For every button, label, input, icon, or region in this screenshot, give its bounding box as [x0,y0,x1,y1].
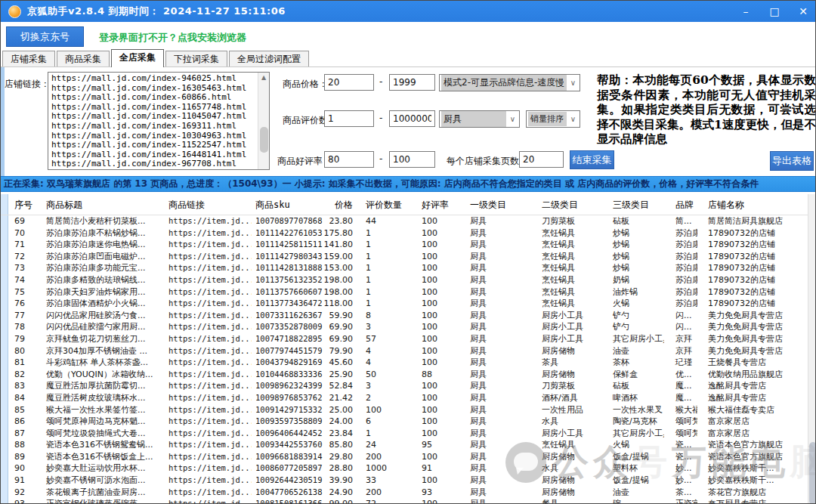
table-row[interactable]: 87颂呵梵垃圾袋抽绳式大卷...https://item.jd...100964… [1,428,808,440]
export-table-button[interactable]: 导出表格 [770,151,814,171]
table-row[interactable]: 84魔豆胜活树皮纹玻璃杯水...https://item.jd...100989… [1,392,808,404]
rating-min-input[interactable] [324,151,374,168]
row-selector[interactable] [1,451,8,463]
reviews-min-input[interactable] [324,110,374,127]
table-row[interactable]: 83魔豆胜活加厚抗菌防霉切...https://item.jd...100989… [1,380,808,392]
reviews-max-input[interactable] [389,110,435,127]
tab-1[interactable]: 店铺采集 [2,51,55,67]
table-row[interactable]: 75苏泊康天妇罗油炸锅家用...https://item.jd...101137… [1,286,808,298]
cell-7: 厨具 [457,416,530,428]
chevron-down-icon[interactable]: ∨ [567,79,580,87]
column-header-8[interactable]: 二级类目 [530,194,601,215]
table-row[interactable]: 90妙奕嘉大肚运动饮用水杯...https://item.jd...100860… [1,462,808,475]
scroll-up-icon[interactable]: ▲ [258,73,269,83]
row-selector[interactable] [1,369,8,381]
tab-5[interactable]: 全局过滤词配置 [229,51,309,67]
table-row[interactable]: 82优勤（YOUQIN）冰箱收纳...https://item.jd...101… [1,369,808,381]
cell-7: 厨具 [457,439,530,451]
table-scrollbar[interactable] [808,194,816,504]
table-row[interactable]: 92茶花银离子抗菌油壶厨房...https://item.jd...100477… [1,487,808,499]
switch-jd-account-button[interactable]: 切换京东号 [6,26,84,47]
row-selector[interactable] [1,227,8,240]
cell-4: 153.00 [323,262,354,274]
column-header-1[interactable]: 商品标题 [43,194,165,215]
column-header-7[interactable]: 一级类目 [457,194,530,215]
scroll-thumb[interactable] [260,127,268,153]
row-selector[interactable] [1,380,8,392]
chevron-down-icon[interactable]: ∨ [506,115,519,123]
tab-3[interactable]: 全店采集 [111,49,164,67]
row-selector[interactable] [1,498,8,504]
cell-9: 塑料杯 [601,462,664,475]
column-header-11[interactable]: 店铺名称 [697,194,808,215]
row-selector[interactable] [1,462,8,475]
table-row[interactable]: 71苏泊康苏泊康迷你电热锅...https://item.jd...101114… [1,239,808,251]
row-selector[interactable] [1,310,8,322]
tab-2[interactable]: 商品采集 [57,51,110,67]
rating-max-input[interactable] [389,151,435,168]
row-selector[interactable] [1,404,8,416]
table-row[interactable]: 69简居简洁小麦秸秆切菜板...https://item.jd...100708… [1,215,808,227]
row-selector[interactable] [1,321,8,333]
maximize-icon[interactable]: □ [767,1,782,22]
row-selector[interactable] [1,274,8,286]
row-selector[interactable] [1,333,8,345]
table-row[interactable]: 78闪闪优品硅胶擂勺家用厨...https://item.jd...100733… [1,321,808,333]
table-row[interactable]: 89瓷语本色316不锈钢饭盒上...https://item.jd...1009… [1,451,808,463]
table-row[interactable]: 81斗彩鸡缸杯 单人茶杯茶盏...https://item.jd...10043… [1,357,808,369]
chevron-down-icon[interactable]: ∨ [567,115,580,123]
cell-4: 29.80 [323,451,354,463]
row-selector[interactable] [1,428,8,440]
table-row[interactable]: 76苏泊康固体酒精炉小火锅...https://item.jd...101137… [1,298,808,310]
row-selector[interactable] [1,357,8,369]
price-min-input[interactable] [324,74,374,91]
row-selector[interactable] [1,439,8,451]
store-links-textarea[interactable] [48,73,258,169]
table-row[interactable]: 85猴大福一次性水果签竹签...https://item.jd...100914… [1,404,808,416]
column-header-5[interactable]: 评价数量 [354,194,409,215]
column-header-6[interactable]: 好评率 [409,194,457,215]
row-selector[interactable] [1,262,8,274]
mode-select[interactable]: 模式2-可显示品牌信息-速度慢 ∨ [439,74,580,91]
table-row[interactable]: 74苏泊康多精致的珐琅锅线...https://item.jd...101137… [1,274,808,286]
column-header-0[interactable]: 序号 [8,194,43,215]
minimize-icon[interactable]: – [738,1,753,22]
table-row[interactable]: 88瓷语本色316不锈钢鸳鸯锅...https://item.jd...1009… [1,439,808,451]
cell-7: 厨具 [457,251,530,263]
table-row[interactable]: 80京拜304加厚不锈钢油壶 ...https://item.jd...1007… [1,345,808,357]
column-header-9[interactable]: 三级类目 [601,194,664,215]
category-select[interactable]: 厨具 ∨ [439,110,520,128]
table-row[interactable]: 70苏泊康苏泊康不粘锅炒锅...https://item.jd...101114… [1,227,808,240]
row-selector[interactable] [1,392,8,404]
sort-select[interactable]: 销量排序 ∨ [526,110,580,128]
row-selector[interactable] [1,298,8,310]
table-row[interactable]: 93正瓷宫钢化玻璃蒸蛋碗蒸...https://item.jd...100815… [1,498,808,504]
column-header-10[interactable]: 品牌 [664,194,697,215]
row-selector[interactable] [1,251,8,263]
stop-collect-button[interactable]: 结束采集 [570,150,614,169]
table-row[interactable]: 91妙奕嘉不锈钢可沥水泡面...https://item.jd...100926… [1,475,808,487]
store-links-scrollbar[interactable]: ▲ [258,73,269,169]
row-selector[interactable] [1,487,8,499]
row-selector[interactable] [1,475,8,487]
table-row[interactable]: 86颂呵梵原神周边马克杯魈...https://item.jd...100935… [1,416,808,428]
column-header-2[interactable]: 商品链接 [165,194,252,215]
tab-4[interactable]: 下拉词采集 [165,51,227,67]
column-header-3[interactable]: 商品sku [252,194,323,215]
table-row[interactable]: 73苏泊康苏泊康多功能元宝...https://item.jd...101114… [1,262,808,274]
row-selector[interactable] [1,286,8,298]
row-selector[interactable] [1,345,8,357]
table-row[interactable]: 79京拜鱿鱼切花刀切葱丝刀...https://item.jd...100747… [1,333,808,345]
column-header-4[interactable]: 价格 [323,194,354,215]
table-row[interactable]: 77闪闪优品家用硅胶汤勺食...https://item.jd...100733… [1,310,808,322]
row-selector[interactable] [1,215,8,227]
cell-9: 铲勺 [601,321,664,333]
price-max-input[interactable] [389,74,435,91]
table-row[interactable]: 72苏泊康苏泊康凹面电磁炉...https://item.jd...101114… [1,251,808,263]
table-scroll-thumb[interactable] [809,442,816,504]
row-selector[interactable] [1,239,8,251]
install-browser-link[interactable]: 登录界面打不开？点我安装浏览器 [99,31,246,45]
close-icon[interactable]: ✕ [796,1,811,22]
row-selector[interactable] [1,416,8,428]
pages-input[interactable] [519,151,564,168]
